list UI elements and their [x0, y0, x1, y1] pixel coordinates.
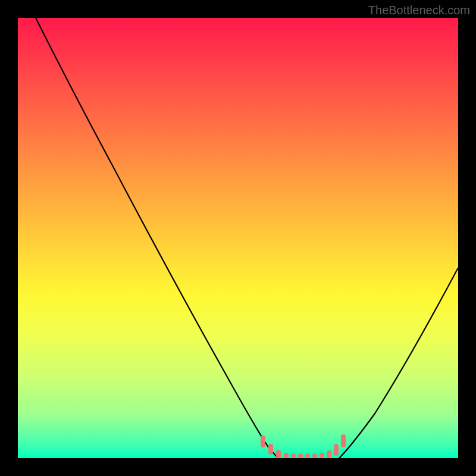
bottleneck-curve-left: [36, 18, 278, 458]
bottleneck-curve-right: [339, 268, 458, 458]
optimal-zone-markers: [261, 434, 346, 458]
svg-rect-2: [276, 450, 281, 458]
svg-rect-11: [341, 434, 346, 447]
svg-rect-0: [261, 436, 265, 447]
svg-rect-10: [334, 444, 339, 456]
svg-rect-1: [268, 444, 273, 455]
chart-svg: [18, 18, 458, 458]
svg-rect-3: [284, 453, 289, 458]
svg-rect-6: [305, 453, 310, 458]
svg-rect-7: [312, 453, 317, 458]
svg-rect-9: [327, 450, 331, 458]
plot-area: [18, 18, 458, 458]
svg-rect-5: [298, 453, 303, 458]
svg-rect-8: [320, 453, 324, 458]
svg-rect-4: [291, 453, 296, 458]
watermark-text: TheBottleneck.com: [368, 4, 470, 17]
